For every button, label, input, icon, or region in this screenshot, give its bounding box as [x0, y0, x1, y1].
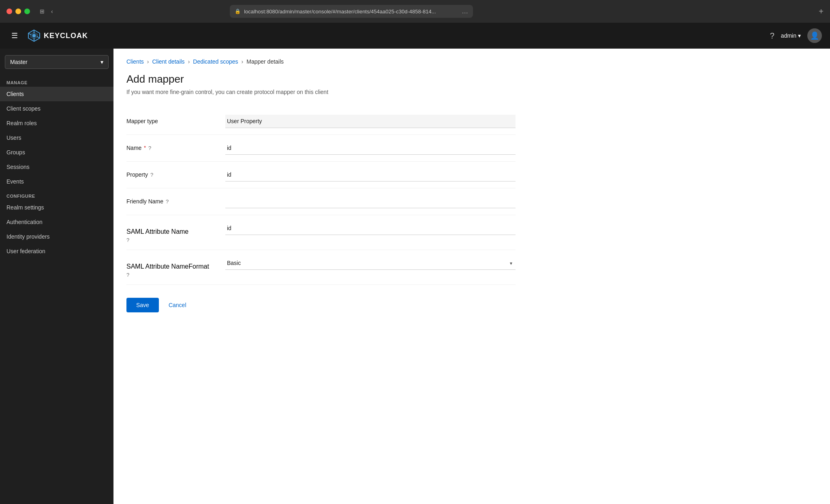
property-input-col	[225, 168, 516, 182]
svg-point-2	[32, 34, 36, 37]
saml-attribute-nameformat-select[interactable]: Basic URI Reference Unspecified	[225, 256, 516, 270]
property-input[interactable]	[225, 168, 516, 182]
sidebar-item-client-scopes[interactable]: Client scopes	[0, 101, 113, 116]
content-area: Clients › Client details › Dedicated sco…	[113, 49, 830, 504]
realm-label: Master	[10, 59, 28, 65]
name-required-indicator: *	[144, 145, 146, 151]
keycloak-logo-icon	[28, 29, 41, 42]
saml-attribute-name-label-col: SAML Attribute Name ?	[126, 222, 216, 243]
mapper-type-input[interactable]	[225, 115, 516, 128]
save-button[interactable]: Save	[126, 298, 159, 312]
realm-selector[interactable]: Master ▾	[5, 55, 109, 69]
sidebar-manage-section: Manage Clients Client scopes Realm roles…	[0, 75, 113, 189]
help-button[interactable]: ?	[770, 31, 774, 41]
friendly-name-input-col	[225, 195, 516, 208]
property-label-col: Property ?	[126, 168, 216, 178]
browser-layout-toggle[interactable]: ⊞	[38, 6, 46, 16]
page-subtitle: If you want more fine-grain control, you…	[126, 89, 817, 95]
address-text: localhost:8080/admin/master/console/#/ma…	[244, 9, 458, 15]
breadcrumb-client-details[interactable]: Client details	[152, 58, 184, 65]
sidebar-item-sessions[interactable]: Sessions	[0, 160, 113, 174]
browser-navigation: ⊞ ‹	[38, 6, 55, 16]
friendly-name-label-text: Friendly Name	[126, 198, 163, 205]
friendly-name-input[interactable]	[225, 195, 516, 208]
sidebar-section-manage-label: Manage	[0, 75, 113, 87]
form-actions: Save Cancel	[126, 285, 516, 312]
friendly-name-label-col: Friendly Name ?	[126, 195, 216, 205]
address-more-icon: …	[462, 8, 468, 15]
saml-attribute-name-label-wrap: SAML Attribute Name ?	[126, 225, 216, 243]
hamburger-menu[interactable]: ☰	[8, 30, 21, 42]
breadcrumb-clients[interactable]: Clients	[126, 58, 144, 65]
breadcrumb: Clients › Client details › Dedicated sco…	[126, 58, 817, 65]
maximize-button[interactable]	[24, 9, 30, 14]
name-input-col	[225, 141, 516, 155]
sidebar-section-configure-label: Configure	[0, 189, 113, 200]
saml-attribute-name-help-icon[interactable]: ?	[126, 237, 129, 243]
sidebar-configure-section: Configure Realm settings Authentication …	[0, 189, 113, 258]
breadcrumb-dedicated-scopes[interactable]: Dedicated scopes	[193, 58, 238, 65]
new-tab-button[interactable]: +	[819, 7, 824, 16]
saml-attribute-name-row: SAML Attribute Name ?	[126, 215, 516, 250]
name-row: Name * ?	[126, 135, 516, 162]
name-label: Name * ?	[126, 145, 216, 151]
breadcrumb-sep-1: ›	[147, 58, 149, 65]
saml-attribute-name-input-col	[225, 222, 516, 235]
sidebar-item-identity-providers[interactable]: Identity providers	[0, 229, 113, 244]
friendly-name-help-icon[interactable]: ?	[166, 199, 169, 205]
mapper-type-label: Mapper type	[126, 118, 216, 124]
admin-menu[interactable]: admin ▾	[781, 32, 801, 39]
secure-icon: 🔒	[235, 9, 241, 14]
sidebar-item-realm-settings-label: Realm settings	[6, 204, 44, 211]
sidebar-item-events[interactable]: Events	[0, 174, 113, 189]
property-label: Property ?	[126, 171, 216, 178]
saml-attribute-nameformat-label-col: SAML Attribute NameFormat ?	[126, 256, 216, 278]
admin-label: admin	[781, 32, 796, 39]
mapper-type-label-col: Mapper type	[126, 115, 216, 124]
mapper-form: Mapper type Name * ?	[126, 108, 516, 312]
friendly-name-label: Friendly Name ?	[126, 198, 216, 205]
admin-chevron-icon: ▾	[798, 32, 801, 39]
sidebar-item-groups-label: Groups	[6, 149, 25, 156]
mapper-type-row: Mapper type	[126, 108, 516, 135]
sidebar-item-user-federation[interactable]: User federation	[0, 244, 113, 258]
saml-attribute-nameformat-help-icon[interactable]: ?	[126, 272, 129, 278]
saml-attribute-nameformat-select-wrapper: Basic URI Reference Unspecified ▾	[225, 256, 516, 270]
breadcrumb-sep-2: ›	[188, 58, 190, 65]
sidebar: Master ▾ Manage Clients Client scopes Re…	[0, 49, 113, 504]
breadcrumb-mapper-details: Mapper details	[246, 58, 284, 65]
sidebar-item-realm-roles[interactable]: Realm roles	[0, 116, 113, 130]
property-help-icon[interactable]: ?	[150, 172, 153, 178]
name-input[interactable]	[225, 141, 516, 155]
browser-chrome: ⊞ ‹ 🔒 localhost:8080/admin/master/consol…	[0, 0, 830, 23]
avatar[interactable]: 👤	[807, 28, 822, 43]
sidebar-item-realm-settings[interactable]: Realm settings	[0, 200, 113, 215]
property-label-text: Property	[126, 171, 148, 178]
property-row: Property ?	[126, 162, 516, 188]
friendly-name-row: Friendly Name ?	[126, 188, 516, 215]
address-bar[interactable]: 🔒 localhost:8080/admin/master/console/#/…	[230, 5, 473, 18]
close-button[interactable]	[6, 9, 12, 14]
logo-text: KEYCLOAK	[44, 32, 88, 40]
traffic-lights	[6, 9, 30, 14]
sidebar-item-groups[interactable]: Groups	[0, 145, 113, 160]
top-nav: ☰ KEYCLOAK ? admin ▾ 👤	[0, 23, 830, 49]
main-area: Master ▾ Manage Clients Client scopes Re…	[0, 49, 830, 504]
avatar-icon: 👤	[810, 31, 819, 40]
realm-chevron-icon: ▾	[101, 59, 103, 65]
browser-back[interactable]: ‹	[49, 6, 55, 16]
breadcrumb-sep-3: ›	[242, 58, 244, 65]
saml-attribute-name-input[interactable]	[225, 222, 516, 235]
sidebar-item-users[interactable]: Users	[0, 130, 113, 145]
saml-attribute-nameformat-row: SAML Attribute NameFormat ? Basic URI Re…	[126, 250, 516, 285]
sidebar-item-clients[interactable]: Clients	[0, 87, 113, 101]
saml-attribute-nameformat-input-col: Basic URI Reference Unspecified ▾	[225, 256, 516, 270]
logo: KEYCLOAK	[28, 29, 88, 42]
sidebar-item-sessions-label: Sessions	[6, 164, 30, 170]
saml-attribute-nameformat-label-text: SAML Attribute NameFormat	[126, 263, 216, 270]
sidebar-item-authentication[interactable]: Authentication	[0, 215, 113, 229]
cancel-button[interactable]: Cancel	[165, 298, 190, 312]
minimize-button[interactable]	[15, 9, 21, 14]
name-help-icon[interactable]: ?	[148, 145, 151, 151]
sidebar-item-authentication-label: Authentication	[6, 219, 43, 225]
